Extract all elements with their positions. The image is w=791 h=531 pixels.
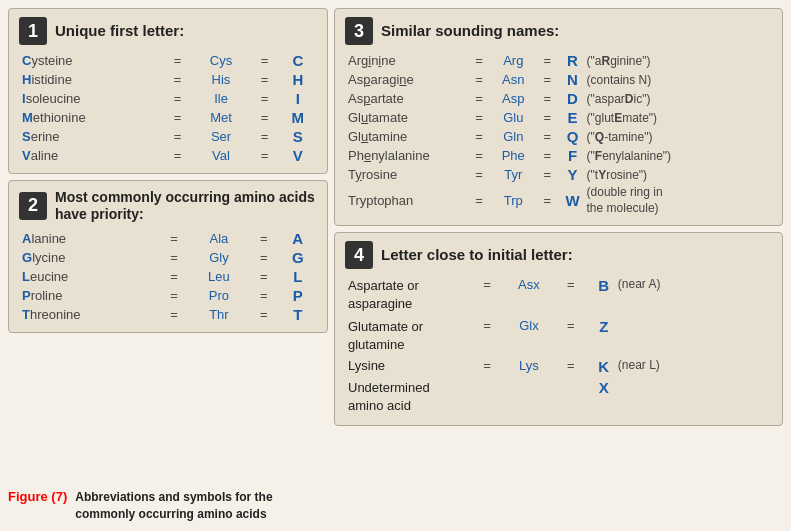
panel-3-number: 3 — [345, 17, 373, 45]
figure-label: Figure (7) — [8, 489, 67, 504]
table-row: Leucine = Leu = L — [19, 267, 317, 286]
panel-3-title: Similar sounding names: — [381, 22, 559, 40]
panel-2-table: Alanine = Ala = A Glycine = Gly = G — [19, 229, 317, 324]
panel-3: 3 Similar sounding names: Arginine = Arg… — [334, 8, 783, 226]
panel-4-title: Letter close to initial letter: — [381, 246, 573, 264]
panel-1-title: Unique first letter: — [55, 22, 184, 40]
panel-1-table: Cysteine = Cys = C Histidine = His = H — [19, 51, 317, 165]
table-row: Undeterminedamino acid X — [345, 377, 772, 417]
panel-2-number: 2 — [19, 192, 47, 220]
left-column: 1 Unique first letter: Cysteine = Cys = … — [8, 8, 328, 483]
table-row: Tyrosine = Tyr = Y ("tYrosine") — [345, 165, 772, 184]
table-row: Threonine = Thr = T — [19, 305, 317, 324]
panel-4-header: 4 Letter close to initial letter: — [345, 241, 772, 269]
panel-2-header: 2 Most commonly occurring amino acids ha… — [19, 189, 317, 223]
table-row: Methionine = Met = M — [19, 108, 317, 127]
table-row: Phenylalanine = Phe = F ("Fenylalanine") — [345, 146, 772, 165]
table-row: Serine = Ser = S — [19, 127, 317, 146]
amino-name: Cysteine — [19, 51, 163, 70]
table-row: Alanine = Ala = A — [19, 229, 317, 248]
panel-1-header: 1 Unique first letter: — [19, 17, 317, 45]
table-row: Glutamate = Glu = E ("glutEmate") — [345, 108, 772, 127]
figure-caption: Abbreviations and symbols for the common… — [75, 489, 272, 523]
panel-2-title: Most commonly occurring amino acids have… — [55, 189, 317, 223]
table-row: Cysteine = Cys = C — [19, 51, 317, 70]
table-row: Isoleucine = Ile = I — [19, 89, 317, 108]
table-row: Glycine = Gly = G — [19, 248, 317, 267]
panel-3-header: 3 Similar sounding names: — [345, 17, 772, 45]
table-row: Proline = Pro = P — [19, 286, 317, 305]
top-row: 1 Unique first letter: Cysteine = Cys = … — [8, 8, 783, 483]
panel-1: 1 Unique first letter: Cysteine = Cys = … — [8, 8, 328, 174]
table-row: Valine = Val = V — [19, 146, 317, 165]
table-row: Aspartate = Asp = D ("asparDic") — [345, 89, 772, 108]
panel-4-table: Aspartate orasparagine = Asx = B (near A… — [345, 275, 772, 417]
table-row: Asparagine = Asn = N (contains N) — [345, 70, 772, 89]
panel-2: 2 Most commonly occurring amino acids ha… — [8, 180, 328, 333]
right-column: 3 Similar sounding names: Arginine = Arg… — [334, 8, 783, 483]
table-row: Histidine = His = H — [19, 70, 317, 89]
table-row: Lysine = Lys = K (near L) — [345, 356, 772, 377]
main-container: 1 Unique first letter: Cysteine = Cys = … — [0, 0, 791, 531]
figure-area: Figure (7) Abbreviations and symbols for… — [8, 487, 783, 523]
table-row: Tryptophan = Trp = W (double ring inthe … — [345, 184, 772, 217]
panel-4-number: 4 — [345, 241, 373, 269]
panel-4: 4 Letter close to initial letter: Aspart… — [334, 232, 783, 426]
table-row: Aspartate orasparagine = Asx = B (near A… — [345, 275, 772, 315]
panel-3-table: Arginine = Arg = R ("aRginine") Asparagi… — [345, 51, 772, 217]
table-row: Glutamine = Gln = Q ("Q-tamine") — [345, 127, 772, 146]
panel-1-number: 1 — [19, 17, 47, 45]
table-row: Glutamate orglutamine = Glx = Z — [345, 316, 772, 356]
table-row: Arginine = Arg = R ("aRginine") — [345, 51, 772, 70]
